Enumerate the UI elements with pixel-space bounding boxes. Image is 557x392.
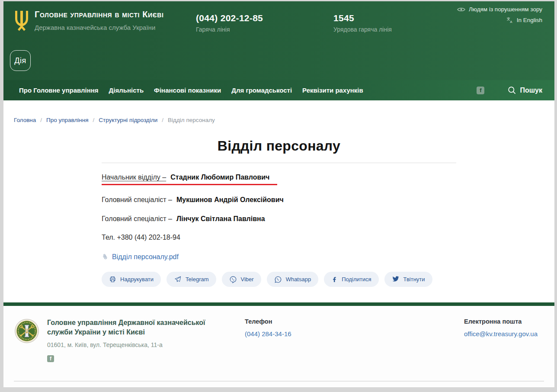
facebook-footer-icon[interactable]: f xyxy=(47,355,54,362)
hotline-label: Гаряча лінія xyxy=(196,26,263,33)
main-nav: Про Головне управління Діяльність Фінанс… xyxy=(3,80,554,100)
nav-item-activity[interactable]: Діяльність xyxy=(109,87,144,94)
gov-hotline-number[interactable]: 1545 xyxy=(333,13,392,23)
person-name: Лінчук Світлана Павлівна xyxy=(176,215,265,222)
person-line-specialist-1: Головний спеціаліст – Мукшинов Андрій Ол… xyxy=(102,196,456,204)
treasury-seal-logo xyxy=(14,318,40,344)
twitter-icon xyxy=(392,276,400,283)
gov-hotline-block: 1545 Урядова гаряча лінія xyxy=(333,13,392,33)
person-role: Головний спеціаліст – xyxy=(102,196,172,203)
share-label: Надрукувати xyxy=(120,276,154,283)
breadcrumb-separator: / xyxy=(162,117,163,123)
gov-hotline-label: Урядова гаряча лінія xyxy=(333,26,392,33)
person-line-head: Начальник відділу – Стадник Любомир Павл… xyxy=(102,174,456,185)
footer-email-link[interactable]: office@kv.treasury.gov.ua xyxy=(464,330,544,337)
department-phone: Тел. +380 (44) 202-18-94 xyxy=(102,234,456,241)
translate-icon: A xyxy=(506,16,513,23)
share-label: Viber xyxy=(241,276,254,283)
attachment-label: Відділ персоналу.pdf xyxy=(112,253,179,261)
language-link[interactable]: A In English xyxy=(457,16,542,23)
viber-icon xyxy=(229,276,237,283)
footer-org-text: Головне управління Державної казначейськ… xyxy=(47,318,216,362)
footer-email-block: Електронна пошта office@kv.treasury.gov.… xyxy=(464,318,544,362)
person-role: Начальник відділу – xyxy=(102,174,166,181)
print-button[interactable]: Надрукувати xyxy=(102,272,161,287)
brand-block[interactable]: Головне управління в місті Києві Державн… xyxy=(14,9,163,34)
facebook-icon xyxy=(331,276,338,283)
printer-icon xyxy=(109,276,116,283)
accessibility-link[interactable]: Людям із порушенням зору xyxy=(457,6,542,13)
trident-logo-icon xyxy=(14,9,29,34)
viber-share-button[interactable]: Viber xyxy=(222,272,261,287)
person-name: Мукшинов Андрій Олексійович xyxy=(176,196,284,203)
main-content: Відділ персоналу Начальник відділу – Ста… xyxy=(102,123,456,302)
search-icon xyxy=(508,86,516,94)
search-label: Пошук xyxy=(520,87,542,94)
screenshot-frame: Головне управління в місті Києві Державн… xyxy=(0,0,557,392)
share-label: Telegram xyxy=(186,276,208,283)
header: Головне управління в місті Києві Державн… xyxy=(3,1,554,80)
footer-phone-block: Телефон (044) 284-34-16 xyxy=(245,318,375,362)
title-divider xyxy=(102,163,456,163)
org-subtitle: Державна казначейська служба України xyxy=(35,24,163,31)
person-name: Стадник Любомир Павлович xyxy=(170,174,269,181)
accessibility-label: Людям із порушенням зору xyxy=(469,6,542,13)
whatsapp-icon xyxy=(274,276,282,283)
eye-icon xyxy=(457,7,465,12)
footer-email-title: Електронна пошта xyxy=(464,318,544,325)
whatsapp-share-button[interactable]: Whatsapp xyxy=(267,272,319,287)
hotline-number[interactable]: (044) 202-12-85 xyxy=(196,13,263,23)
paperclip-icon xyxy=(102,253,109,261)
footer-org-name: Головне управління Державної казначейськ… xyxy=(47,318,216,337)
facebook-nav-icon[interactable]: f xyxy=(477,87,484,94)
person-line-specialist-2: Головний спеціаліст – Лінчук Світлана Па… xyxy=(102,215,456,223)
footer: Головне управління Державної казначейськ… xyxy=(3,302,554,386)
page-title: Відділ персоналу xyxy=(102,138,456,154)
share-label: Поділитися xyxy=(342,276,371,283)
breadcrumb-current: Відділ персоналу xyxy=(168,117,215,123)
page: Головне управління в місті Києві Державн… xyxy=(3,1,554,387)
nav-item-accounts[interactable]: Реквізити рахунків xyxy=(302,87,363,94)
hotline-block: (044) 202-12-85 Гаряча лінія xyxy=(196,13,263,33)
nav-item-finance[interactable]: Фінансові показники xyxy=(154,87,221,94)
footer-divider xyxy=(14,381,544,382)
person-role: Головний спеціаліст – xyxy=(102,215,172,222)
breadcrumb-structural-units[interactable]: Структурні підрозділи xyxy=(99,117,157,123)
breadcrumb-separator: / xyxy=(93,117,95,123)
telegram-icon xyxy=(174,276,182,283)
brand-text: Головне управління в місті Києві Державн… xyxy=(35,9,163,34)
nav-item-public[interactable]: Для громадськості xyxy=(231,87,292,94)
breadcrumb-separator: / xyxy=(40,117,42,123)
top-links: Людям із порушенням зору A In English xyxy=(457,6,542,27)
footer-grid: Головне управління Державної казначейськ… xyxy=(14,318,544,362)
twitter-share-button[interactable]: Твітнути xyxy=(384,272,432,287)
diia-badge[interactable]: Дія xyxy=(10,50,31,71)
breadcrumb-about[interactable]: Про управління xyxy=(46,117,89,123)
nav-item-about[interactable]: Про Головне управління xyxy=(19,87,99,94)
svg-text:A: A xyxy=(510,20,512,23)
breadcrumb-home[interactable]: Головна xyxy=(14,117,36,123)
footer-address: 01601, м. Київ, вул. Терещенківська, 11-… xyxy=(47,341,216,348)
footer-phone-title: Телефон xyxy=(245,318,375,325)
share-label: Твітнути xyxy=(403,276,425,283)
footer-phone-link[interactable]: (044) 284-34-16 xyxy=(245,330,375,337)
telegram-share-button[interactable]: Telegram xyxy=(166,272,216,287)
org-title: Головне управління в місті Києві xyxy=(35,9,163,20)
search-button[interactable]: Пошук xyxy=(508,86,542,94)
share-buttons-row: Надрукувати Telegram Viber Whatsapp xyxy=(102,272,456,287)
red-highlight-underline: Начальник відділу – Стадник Любомир Павл… xyxy=(102,174,277,185)
diia-label: Дія xyxy=(14,56,26,65)
facebook-share-button[interactable]: Поділитися xyxy=(324,272,378,287)
footer-org-block: Головне управління Державної казначейськ… xyxy=(14,318,239,362)
language-label: In English xyxy=(517,17,542,23)
breadcrumb: Головна / Про управління / Структурні пі… xyxy=(3,100,554,123)
share-label: Whatsapp xyxy=(286,276,311,283)
attachment-link[interactable]: Відділ персоналу.pdf xyxy=(102,253,456,261)
